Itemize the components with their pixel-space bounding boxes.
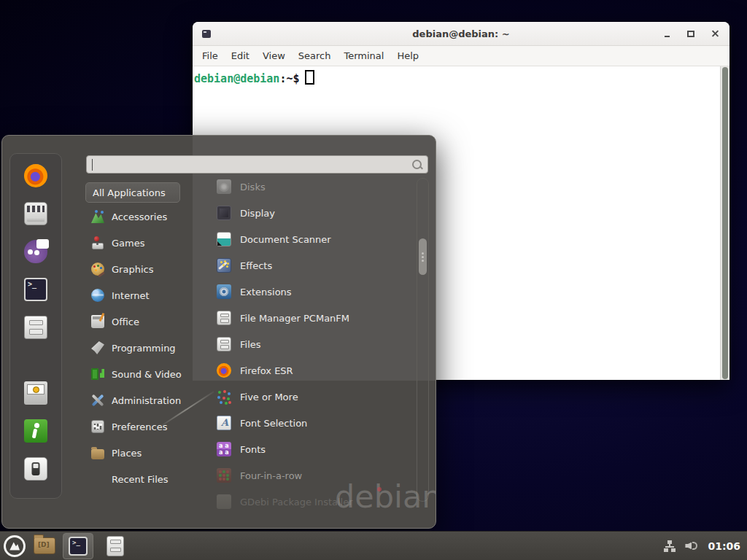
category-icon <box>91 449 104 459</box>
application-icon <box>217 232 231 246</box>
application-label: Font Selection <box>240 418 307 429</box>
menu-button[interactable] <box>4 535 26 557</box>
app-display[interactable]: Display <box>215 200 419 226</box>
app-extensions[interactable]: Extensions <box>215 279 419 305</box>
favorite-pidgin-icon[interactable] <box>24 240 47 263</box>
menu-scrollbar-thumb[interactable] <box>419 238 427 275</box>
application-icon <box>217 363 231 378</box>
terminal-menubar: FileEditViewSearchTerminalHelp <box>193 46 729 66</box>
application-icon <box>217 337 231 351</box>
application-icon <box>217 206 231 220</box>
prompt-user-host: debian@debian <box>194 72 279 85</box>
menubar-item[interactable]: Help <box>390 50 425 61</box>
category-icon <box>91 315 104 328</box>
app-file-manager-pcmanfm[interactable]: File Manager PCManFM <box>215 305 419 331</box>
application-icon <box>217 258 231 273</box>
category-icon <box>91 236 104 249</box>
application-icon <box>217 442 231 456</box>
category-label: Preferences <box>112 421 167 432</box>
category-preferences[interactable]: Preferences <box>90 413 196 440</box>
favorite-firefox-icon[interactable] <box>24 164 47 187</box>
category-administration[interactable]: Administration <box>90 387 196 413</box>
logout-icon[interactable] <box>24 419 47 443</box>
terminal-scrollbar[interactable] <box>720 66 729 380</box>
application-label: Extensions <box>240 287 292 298</box>
system-actions-group <box>24 381 47 481</box>
favorite-terminal-icon[interactable] <box>24 278 47 301</box>
category-label: Games <box>112 238 144 249</box>
application-label: File Manager PCManFM <box>240 313 349 324</box>
menubar-item[interactable]: File <box>196 50 225 61</box>
category-recent-files[interactable]: Recent Files <box>90 466 196 492</box>
application-icon <box>217 284 231 299</box>
terminal-window-icon <box>202 30 211 38</box>
terminal-scrollbar-thumb[interactable] <box>722 67 728 379</box>
terminal-icon <box>69 537 88 556</box>
application-icon <box>217 468 231 483</box>
category-icon <box>91 289 104 302</box>
menubar-item[interactable]: Edit <box>225 50 256 61</box>
app-disks[interactable]: Disks <box>215 174 419 200</box>
favorite-file-cabinet-icon[interactable] <box>24 316 47 339</box>
category-label: Recent Files <box>112 474 169 485</box>
category-icon <box>91 420 104 433</box>
favorites-group <box>24 164 47 339</box>
shutdown-icon[interactable] <box>24 457 47 481</box>
file-manager-launcher[interactable] <box>34 537 55 554</box>
category-accessories[interactable]: Accessories <box>90 203 196 230</box>
application-icon <box>217 416 231 430</box>
search-input[interactable] <box>93 158 399 171</box>
category-icon <box>91 210 104 223</box>
category-places[interactable]: Places <box>90 440 196 466</box>
application-icon <box>217 389 231 404</box>
network-icon[interactable] <box>664 540 676 552</box>
application-icon <box>217 179 231 194</box>
category-label: Graphics <box>112 264 153 275</box>
category-label: Places <box>112 448 142 459</box>
app-document-scanner[interactable]: Document Scanner <box>215 226 419 252</box>
menubar-item[interactable]: Search <box>292 50 338 61</box>
application-label: Four-in-a-row <box>240 470 302 481</box>
app-effects[interactable]: Effects <box>215 252 419 279</box>
category-sound-video[interactable]: Sound & Video <box>90 361 196 387</box>
category-label: Accessories <box>112 211 167 222</box>
menu-scrollbar[interactable] <box>417 178 429 502</box>
minimize-button[interactable] <box>661 28 673 39</box>
application-label: Firefox ESR <box>240 365 293 376</box>
desktop: debian@debian: ~ FileEditViewSearchTermi… <box>0 0 747 560</box>
menubar-item[interactable]: View <box>256 50 292 61</box>
taskbar-clock: 01:06 <box>708 540 740 552</box>
category-office[interactable]: Office <box>90 308 196 335</box>
app-five-or-more[interactable]: Five or More <box>215 384 419 410</box>
category-label: Office <box>112 316 139 327</box>
app-firefox-esr[interactable]: Firefox ESR <box>215 357 419 384</box>
close-button[interactable] <box>709 28 721 39</box>
terminal-titlebar[interactable]: debian@debian: ~ <box>193 22 729 46</box>
system-tray: 01:06 <box>664 540 740 552</box>
app-font-selection[interactable]: Font Selection <box>215 410 419 436</box>
files-launcher[interactable] <box>107 536 124 556</box>
category-internet[interactable]: Internet <box>90 282 196 308</box>
category-label: Sound & Video <box>112 369 182 380</box>
category-label: Administration <box>112 395 181 406</box>
lock-screen-icon[interactable] <box>24 381 47 405</box>
desktop-watermark: debian <box>335 478 436 515</box>
taskbar: 01:06 <box>0 531 747 560</box>
terminal-task-button[interactable] <box>63 533 93 559</box>
application-list: Disks Display Document Scanner Effects E… <box>215 174 419 515</box>
terminal-prompt: debian@debian:~$ <box>194 70 314 85</box>
terminal-cursor <box>305 70 314 85</box>
menubar-item[interactable]: Terminal <box>337 50 390 61</box>
all-applications-button[interactable]: All Applications <box>85 182 180 203</box>
application-label: Document Scanner <box>240 234 331 245</box>
maximize-button[interactable] <box>685 28 697 39</box>
volume-icon[interactable] <box>685 540 698 552</box>
search-box[interactable] <box>86 155 428 174</box>
category-graphics[interactable]: Graphics <box>90 256 196 282</box>
category-games[interactable]: Games <box>90 230 196 256</box>
app-files[interactable]: Files <box>215 331 419 357</box>
app-fonts[interactable]: Fonts <box>215 436 419 462</box>
favorite-software-icon[interactable] <box>24 202 47 225</box>
category-label: Internet <box>112 290 150 301</box>
category-programming[interactable]: Programming <box>90 335 196 361</box>
